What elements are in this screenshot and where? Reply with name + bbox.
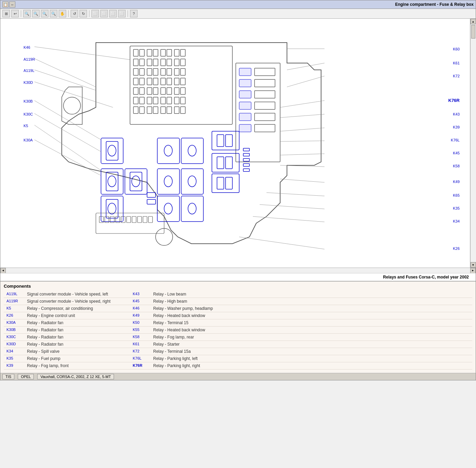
separator4 — [128, 10, 128, 17]
svg-rect-41 — [174, 88, 179, 94]
svg-rect-32 — [167, 78, 172, 85]
component-code-right[interactable]: K50 — [130, 319, 150, 327]
label-k46[interactable]: K46 — [24, 45, 30, 49]
tool-pan[interactable]: ✋ — [59, 10, 66, 17]
scroll-up-button[interactable]: ▲ — [471, 19, 476, 24]
label-k76r[interactable]: K76R — [448, 98, 460, 103]
label-k30b[interactable]: K30B — [24, 99, 33, 103]
scroll-down-button[interactable]: ▼ — [471, 262, 476, 268]
label-k35[interactable]: K35 — [453, 206, 460, 210]
label-k26[interactable]: K26 — [453, 246, 460, 251]
toolbar: ⊞ ↩ 🔍 🔍 🔍 🔍 ✋ ↺ ↻ ⬜ ⬜ ⬜ ⬜ ? — [0, 9, 476, 19]
label-k39[interactable]: K39 — [453, 125, 460, 129]
component-code-right[interactable]: K76R — [130, 362, 150, 369]
component-code-left[interactable]: K30B — [4, 327, 24, 334]
svg-rect-69 — [255, 102, 275, 109]
component-code-right[interactable]: K55 — [130, 327, 150, 334]
component-code-left[interactable]: K30A — [4, 319, 24, 327]
tool-redo[interactable]: ↻ — [80, 10, 87, 17]
tool-back[interactable]: ↩ — [11, 10, 19, 17]
nav-button[interactable]: ↔ — [9, 1, 15, 7]
svg-point-93 — [164, 203, 172, 214]
tool-select[interactable]: ⬜ — [91, 10, 99, 17]
component-desc-right: Relay - Parking light, right — [150, 362, 472, 369]
tool-print[interactable]: ⬜ — [100, 10, 108, 17]
scroll-left-button[interactable]: ◄ — [0, 268, 6, 273]
scroll-thumb[interactable] — [471, 25, 475, 39]
label-k76l[interactable]: K76L — [451, 138, 460, 142]
label-k58[interactable]: K58 — [453, 164, 460, 168]
window-title: Engine compartment - Fuse & Relay box — [395, 2, 474, 7]
svg-rect-68 — [255, 91, 275, 98]
svg-rect-48 — [167, 97, 172, 104]
label-k60[interactable]: K60 — [453, 47, 460, 51]
component-code-right[interactable]: K58 — [130, 334, 150, 341]
component-code-right[interactable]: K45 — [130, 298, 150, 305]
tool-home[interactable]: ⊞ — [2, 10, 10, 17]
tool-zoom-in[interactable]: 🔍 — [32, 10, 40, 17]
svg-rect-44 — [140, 97, 144, 104]
label-k30a[interactable]: K30A — [24, 138, 33, 142]
svg-line-137 — [280, 141, 324, 141]
label-a119r[interactable]: A119R — [24, 57, 35, 61]
vertical-scrollbar[interactable]: ▲ ▼ — [470, 19, 476, 268]
fuse-relay-diagram[interactable] — [0, 19, 369, 264]
label-k30c[interactable]: K30C — [24, 112, 33, 116]
label-k43[interactable]: K43 — [453, 112, 460, 116]
table-row: K30ARelay - Radiator fanK50Relay - Termi… — [4, 319, 472, 327]
tool-measure[interactable]: ⬜ — [118, 10, 126, 17]
svg-rect-84 — [157, 138, 179, 164]
component-desc-left: Relay - Fog lamp, front — [24, 362, 130, 369]
minimize-button[interactable]: 📋 — [2, 1, 9, 7]
label-k72[interactable]: K72 — [453, 74, 460, 78]
tool-zoom-out[interactable]: 🔍 — [41, 10, 48, 17]
tool-undo[interactable]: ↺ — [71, 10, 78, 17]
svg-line-127 — [34, 101, 101, 140]
svg-rect-20 — [140, 69, 144, 75]
component-code-right[interactable]: K43 — [130, 291, 150, 298]
component-desc-left: Relay - Radiator fan — [24, 341, 130, 348]
status-brand: OPEL — [18, 374, 34, 379]
tool-zoom-fit[interactable]: 🔍 — [23, 10, 31, 17]
separator1 — [21, 10, 21, 17]
label-k30d[interactable]: K30D — [24, 80, 33, 85]
component-desc-right: Relay - Washer pump, headlamp — [150, 305, 472, 312]
tool-export[interactable]: ⬜ — [109, 10, 117, 17]
svg-point-87 — [164, 176, 172, 187]
status-vehicle: Vauxhall, CORSA-C, 2002, Z 12 XE, 5-MT — [37, 374, 114, 379]
tool-help[interactable]: ? — [130, 10, 138, 17]
svg-rect-49 — [174, 97, 179, 104]
table-row: K30CRelay - Radiator fanK58Relay - Fog l… — [4, 334, 472, 341]
svg-rect-14 — [153, 59, 158, 66]
component-code-left[interactable]: K35 — [4, 355, 24, 362]
component-code-left[interactable]: A119R — [4, 298, 24, 305]
horizontal-scrollbar[interactable]: ◄ ► — [0, 268, 476, 273]
component-code-right[interactable]: K49 — [130, 312, 150, 319]
svg-rect-3 — [133, 49, 138, 56]
svg-rect-5 — [147, 49, 152, 56]
separator3 — [89, 10, 89, 17]
label-a119l[interactable]: A119L — [24, 69, 34, 73]
label-k5[interactable]: K5 — [24, 124, 28, 128]
component-code-right[interactable]: K61 — [130, 341, 150, 348]
component-code-left[interactable]: K5 — [4, 305, 24, 312]
label-k34[interactable]: K34 — [453, 219, 460, 223]
component-code-left[interactable]: K30C — [4, 334, 24, 341]
component-code-right[interactable]: K46 — [130, 305, 150, 312]
svg-rect-110 — [243, 164, 249, 166]
label-k45[interactable]: K45 — [453, 151, 460, 155]
label-k49[interactable]: K49 — [453, 180, 460, 184]
tool-zoom-area[interactable]: 🔍 — [50, 10, 57, 17]
component-code-left[interactable]: K34 — [4, 348, 24, 355]
scroll-right-button[interactable]: ► — [470, 268, 476, 273]
component-code-left[interactable]: K39 — [4, 362, 24, 369]
svg-line-144 — [239, 237, 324, 249]
component-desc-left: Relay - Radiator fan — [24, 327, 130, 334]
label-k65[interactable]: K65 — [453, 193, 460, 197]
component-code-left[interactable]: K30D — [4, 341, 24, 348]
component-code-right[interactable]: K76L — [130, 355, 150, 362]
label-k61[interactable]: K61 — [453, 61, 460, 65]
component-code-left[interactable]: A119L — [4, 291, 24, 298]
component-code-right[interactable]: K72 — [130, 348, 150, 355]
component-code-left[interactable]: K26 — [4, 312, 24, 319]
